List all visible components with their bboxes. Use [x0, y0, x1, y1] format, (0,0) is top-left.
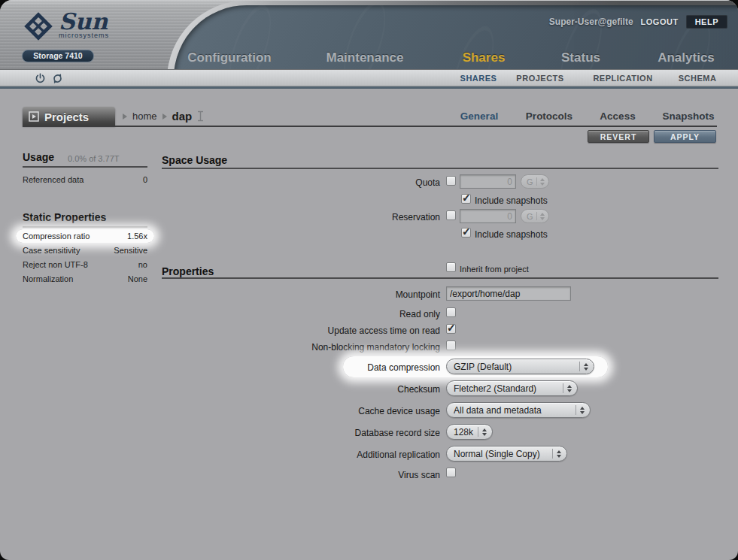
static-property-row: Reject non UTF-8 no	[23, 260, 147, 271]
usage-row: Referenced data 0	[23, 175, 147, 186]
reservation-unit: G	[527, 212, 533, 221]
non-blocking-locking-label: Non-blocking mandatory locking	[177, 342, 440, 353]
static-properties-rule	[23, 226, 147, 228]
quota-label: Quota	[177, 177, 440, 188]
brand-subname: microsystems	[59, 32, 109, 39]
usage-section-title: Usage	[23, 151, 54, 163]
additional-replication-label: Additional replication	[177, 450, 440, 460]
data-compression-value: GZIP (Default)	[454, 362, 576, 372]
static-property-label: Case sensitivity	[23, 246, 80, 255]
static-property-value: 1.56x	[127, 232, 147, 241]
projects-breadcrumb-label: Projects	[44, 110, 89, 123]
text-cursor-icon	[197, 110, 204, 122]
user-area: Super-User@gefilte LOGOUT HELP	[549, 15, 727, 29]
mountpoint-label: Mountpoint	[177, 289, 440, 300]
data-compression-label: Data compression	[177, 362, 440, 373]
tab-access[interactable]: Access	[600, 110, 635, 122]
projects-breadcrumb-tab[interactable]: Projects	[23, 107, 115, 126]
app-window: Sun microsystems Storage 7410 Super-User…	[0, 0, 738, 560]
subtab-schema[interactable]: SCHEMA	[679, 74, 717, 83]
static-property-row: Case sensitivity Sensitive	[23, 246, 147, 256]
select-divider	[478, 427, 478, 437]
checksum-select[interactable]: Fletcher2 (Standard)	[446, 380, 578, 396]
properties-rule	[162, 277, 718, 279]
revert-button[interactable]: REVERT	[588, 130, 649, 143]
mountpoint-input[interactable]	[446, 286, 571, 301]
quota-unit: G	[527, 177, 533, 186]
space-usage-rule	[162, 168, 718, 169]
usage-summary: 0.0% of 3.77T	[68, 154, 120, 163]
tab-snapshots[interactable]: Snapshots	[662, 110, 714, 122]
reservation-unit-stepper[interactable]: G	[521, 209, 549, 223]
additional-replication-value: Normal (Single Copy)	[454, 449, 549, 459]
stepper-arrows-icon	[540, 213, 545, 220]
virus-scan-checkbox[interactable]	[446, 468, 456, 477]
static-property-row: Compression ratio 1.56x	[23, 232, 147, 242]
cache-device-usage-select[interactable]: All data and metadata	[446, 402, 591, 418]
reservation-include-snapshots-checkbox[interactable]	[461, 228, 471, 238]
static-property-label: Normalization	[23, 274, 73, 283]
breadcrumb-current-share[interactable]: dap	[172, 110, 193, 123]
checksum-value: Fletcher2 (Standard)	[454, 383, 560, 394]
subtab-shares[interactable]: SHARES	[460, 74, 497, 83]
tab-underline	[23, 126, 717, 127]
cache-device-usage-value: All data and metadata	[454, 405, 572, 416]
reservation-checkbox[interactable]	[446, 210, 456, 220]
logged-in-user: Super-User@gefilte	[549, 17, 633, 27]
appliance-model-badge: Storage 7410	[22, 50, 94, 62]
update-access-time-checkbox[interactable]	[446, 324, 456, 334]
select-arrows-icon	[482, 428, 487, 436]
quota-input[interactable]	[460, 174, 516, 189]
quota-include-snapshots-label: Include snapshots	[475, 195, 548, 206]
nav-maintenance[interactable]: Maintenance	[326, 50, 404, 67]
database-record-size-select[interactable]: 128k	[446, 424, 493, 440]
select-arrows-icon	[584, 363, 588, 371]
reservation-label: Reservation	[177, 212, 440, 222]
space-usage-title: Space Usage	[162, 154, 227, 166]
inherit-from-project-checkbox[interactable]	[446, 262, 456, 272]
read-only-label: Read only	[177, 309, 440, 319]
power-icon[interactable]	[35, 73, 46, 84]
static-property-row: Normalization None	[23, 274, 147, 285]
subtab-projects[interactable]: PROJECTS	[516, 74, 563, 83]
data-compression-select[interactable]: GZIP (Default)	[446, 359, 594, 374]
restart-icon[interactable]	[52, 73, 63, 84]
select-arrows-icon	[557, 450, 561, 458]
breadcrumb-home[interactable]: home	[132, 110, 157, 122]
checksum-label: Checksum	[177, 384, 440, 395]
projects-icon	[29, 111, 39, 122]
tab-protocols[interactable]: Protocols	[526, 110, 572, 122]
select-divider	[552, 449, 553, 459]
breadcrumb-arrow-icon	[162, 114, 167, 120]
read-only-checkbox[interactable]	[446, 307, 456, 317]
nav-configuration[interactable]: Configuration	[187, 50, 271, 67]
select-divider	[576, 405, 576, 415]
database-record-size-label: Database record size	[177, 428, 440, 438]
quota-unit-stepper[interactable]: G	[521, 174, 549, 189]
nav-shares[interactable]: Shares	[463, 50, 506, 67]
apply-button[interactable]: APPLY	[654, 130, 716, 143]
subtab-replication[interactable]: REPLICATION	[593, 74, 652, 83]
additional-replication-select[interactable]: Normal (Single Copy)	[446, 446, 567, 462]
non-blocking-locking-checkbox[interactable]	[446, 341, 456, 350]
nav-status[interactable]: Status	[561, 50, 600, 67]
select-arrows-icon	[567, 385, 572, 392]
reservation-include-snapshots-label: Include snapshots	[475, 229, 548, 240]
subnav-accent-line	[0, 86, 738, 89]
logout-button[interactable]: LOGOUT	[641, 17, 679, 26]
tab-general[interactable]: General	[460, 110, 498, 122]
help-button[interactable]: HELP	[686, 15, 727, 29]
sun-logo: Sun microsystems	[21, 9, 109, 44]
select-divider	[579, 362, 580, 371]
breadcrumb: home dap	[123, 110, 204, 123]
quota-include-snapshots-checkbox[interactable]	[461, 194, 471, 204]
sun-logo-icon	[21, 9, 56, 44]
nav-analytics[interactable]: Analytics	[658, 50, 715, 67]
static-property-label: Compression ratio	[23, 232, 90, 241]
static-property-label: Reject non UTF-8	[23, 260, 88, 269]
reservation-input[interactable]	[460, 209, 516, 223]
stepper-divider	[536, 177, 537, 186]
quota-checkbox[interactable]	[446, 176, 456, 186]
select-divider	[563, 383, 563, 393]
masthead: Sun microsystems Storage 7410 Super-User…	[0, 0, 738, 69]
